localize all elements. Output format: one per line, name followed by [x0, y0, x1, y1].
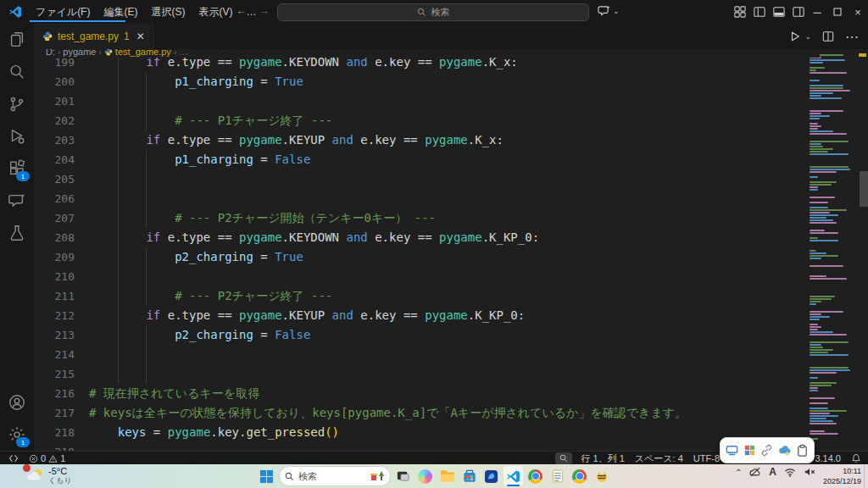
menu-item-3[interactable]: 表示(V) [192, 3, 239, 20]
code-line-203[interactable]: 203 if e.type == pygame.KEYUP and e.key … [34, 130, 808, 150]
line-number[interactable]: 212 [34, 306, 75, 325]
menu-item-2[interactable]: 選択(S) [144, 3, 192, 20]
clock[interactable]: 10:11 2025/12/19 [823, 466, 861, 486]
weather-widget[interactable]: -5°C くもり [25, 466, 72, 485]
split-editor-icon[interactable] [822, 30, 834, 42]
forward-arrow-icon[interactable]: → [259, 4, 270, 17]
run-debug-icon[interactable] [0, 120, 34, 152]
cursor-position[interactable]: 行 1、列 1 [576, 452, 629, 465]
minimap[interactable] [808, 53, 860, 452]
code-line-211[interactable]: 211 # --- P2チャージ終了 --- [34, 286, 808, 306]
clipboard-icon[interactable] [796, 444, 809, 457]
line-number[interactable]: 213 [34, 325, 75, 345]
code-line-210[interactable]: 210 [34, 267, 808, 286]
code-line-206[interactable]: 206 [34, 189, 808, 208]
source-control-icon[interactable] [0, 88, 34, 120]
menu-item-0[interactable]: ファイル(F) [29, 3, 97, 20]
cloud-alert-icon[interactable] [778, 444, 791, 457]
line-number[interactable]: 207 [34, 208, 75, 228]
command-search-box[interactable]: 検索 [277, 3, 589, 21]
line-number[interactable]: 202 [34, 111, 75, 130]
notifications[interactable] [846, 453, 868, 463]
extensions-icon[interactable]: 1 [0, 152, 34, 185]
tray-chevron-up-icon[interactable]: ⌃ [735, 468, 742, 477]
line-number[interactable]: 203 [34, 130, 75, 150]
onedrive-paused-icon[interactable] [749, 467, 761, 477]
show-desktop-button[interactable] [864, 464, 868, 488]
screencast-zoom-indicator[interactable] [555, 452, 572, 464]
line-number[interactable]: 214 [34, 345, 75, 364]
line-number[interactable]: 206 [34, 189, 75, 208]
chrome-profile-icon[interactable] [570, 466, 589, 486]
run-dropdown-chevron-icon[interactable]: ⌄ [804, 32, 811, 41]
link-icon[interactable] [760, 444, 773, 457]
code-line-212[interactable]: 212 if e.type == pygame.KEYUP and e.key … [34, 306, 808, 325]
toggle-panel-icon[interactable] [773, 6, 785, 18]
chrome-icon[interactable] [526, 466, 545, 486]
code-line-218[interactable]: 218 keys = pygame.key.get_pressed() [34, 423, 808, 442]
ime-mode-indicator[interactable]: A [769, 466, 776, 478]
menu-item-1[interactable]: 編集(E) [97, 3, 144, 20]
code-line-209[interactable]: 209 p2_charging = True [34, 247, 808, 267]
toggle-sidebar-icon[interactable] [754, 6, 765, 18]
python-interpreter[interactable]: 3.14.0 [810, 453, 846, 463]
run-python-icon[interactable] [789, 30, 801, 42]
line-number[interactable]: 205 [34, 169, 75, 189]
line-number[interactable]: 217 [34, 403, 75, 423]
line-number[interactable]: 200 [34, 72, 75, 92]
close-button[interactable]: × [848, 0, 868, 24]
problems-indicator[interactable]: 0 1 [24, 453, 70, 463]
code-line-207[interactable]: 207 # --- P2チャージ開始（テンキー0キー） --- [34, 208, 808, 228]
line-number[interactable]: 216 [34, 384, 75, 403]
code-line-208[interactable]: 208 if e.type == pygame.KEYDOWN and e.ke… [34, 228, 808, 247]
tab-test-game[interactable]: test_game.py 1 ✕ [34, 24, 154, 49]
task-view-icon[interactable] [393, 466, 413, 486]
vscode-taskbar-icon[interactable] [504, 466, 523, 486]
taskbar-search-box[interactable]: 検索 [279, 466, 391, 486]
microsoft-store-icon[interactable] [459, 466, 479, 486]
line-number[interactable]: 215 [34, 364, 75, 384]
ms365-copilot-icon[interactable] [481, 466, 501, 486]
line-number[interactable]: 209 [34, 247, 75, 267]
monitor-icon[interactable] [726, 444, 738, 457]
indentation[interactable]: スペース: 4 [630, 452, 688, 465]
customize-layout-icon[interactable] [734, 6, 746, 18]
code-line-217[interactable]: 217# keysは全キーの状態を保持しており、keys[pygame.K_a]… [34, 403, 808, 423]
code-line-202[interactable]: 202 # --- P1チャージ終了 --- [34, 111, 808, 130]
account-icon[interactable] [0, 386, 34, 419]
start-button[interactable] [257, 466, 276, 486]
notepad-icon[interactable] [548, 466, 567, 486]
code-line-204[interactable]: 204 p1_charging = False [34, 150, 808, 169]
testing-icon[interactable] [0, 217, 34, 249]
file-explorer-icon[interactable] [437, 466, 457, 486]
line-number[interactable]: 204 [34, 150, 75, 169]
line-number[interactable]: 219 [34, 442, 75, 451]
tab-close-icon[interactable]: ✕ [136, 30, 145, 42]
scrollbar-slider[interactable] [860, 171, 868, 207]
remote-indicator[interactable] [0, 453, 24, 463]
bee-app-icon[interactable] [592, 466, 611, 486]
more-actions-icon[interactable]: ⋯ [845, 29, 860, 45]
back-arrow-icon[interactable]: ← [236, 4, 247, 17]
code-line-216[interactable]: 216# 現在押されているキーを取得 [34, 384, 808, 403]
copilot-icon[interactable] [415, 466, 435, 486]
settings-gear-icon[interactable]: 1 [0, 419, 34, 451]
code-line-219[interactable]: 219 [34, 442, 808, 451]
code-line-201[interactable]: 201 [34, 92, 808, 111]
line-number[interactable]: 208 [34, 228, 75, 247]
search-sidebar-icon[interactable] [0, 56, 34, 88]
maximize-button[interactable] [827, 0, 848, 24]
code-line-205[interactable]: 205 [34, 169, 808, 189]
toggle-secondary-sidebar-icon[interactable] [793, 6, 804, 18]
line-number[interactable]: 211 [34, 286, 75, 306]
code-line-215[interactable]: 215 [34, 364, 808, 384]
code-line-214[interactable]: 214 [34, 345, 808, 364]
code-line-213[interactable]: 213 p2_charging = False [34, 325, 808, 345]
wifi-icon[interactable] [784, 468, 796, 477]
minimize-button[interactable]: ─ [807, 0, 827, 24]
code-editor[interactable]: 199 if e.type == pygame.KEYDOWN and e.ke… [34, 44, 808, 451]
code-line-200[interactable]: 200 p1_charging = True [34, 72, 808, 92]
line-number[interactable]: 201 [34, 92, 75, 111]
colors-icon[interactable] [743, 444, 756, 457]
copilot-menu[interactable]: ⌄ [598, 4, 620, 17]
